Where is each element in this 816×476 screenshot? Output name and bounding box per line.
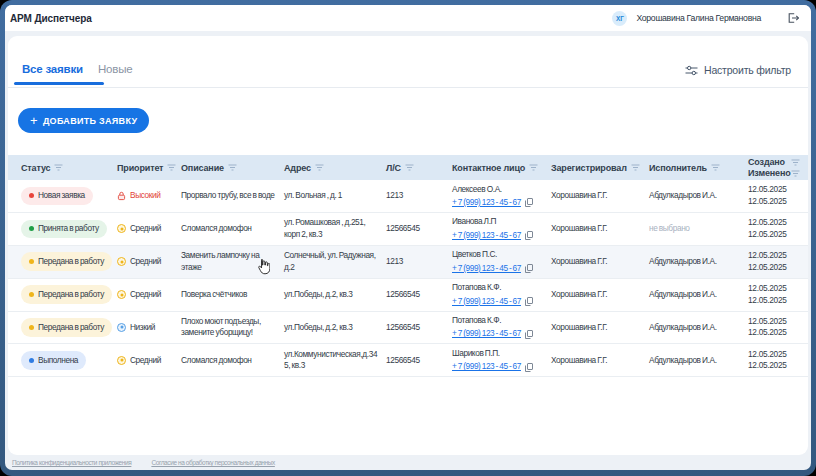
column-header-account[interactable]: Л/С [386,163,452,173]
copy-icon[interactable] [525,231,533,240]
contact-phone-link[interactable]: + 7 (999) 123 - 45 - 67 [452,296,521,307]
contact-cell: Цветков П.С. + 7 (999) 123 - 45 - 67 [452,249,551,274]
priority-medium-icon [117,355,126,365]
contact-cell: Алексеев О.А. + 7 (999) 123 - 45 - 67 [452,184,551,209]
filter-icon [54,164,63,171]
registered-by-cell: Хорошавина Г.Г. [551,190,649,201]
description-cell: Поверка счётчиков [181,289,284,300]
contact-phone-link[interactable]: + 7 (999) 123 - 45 - 67 [452,328,521,339]
filter-icon [791,159,800,166]
dates-cell: 12.05.202512.05.2025 [748,184,802,208]
priority-cell: Средний [117,223,181,234]
modified-date: 12.05.2025 [748,196,796,208]
filter-icon [228,164,237,171]
column-header-status[interactable]: Статус [21,163,117,173]
copy-icon[interactable] [525,198,533,207]
consent-link[interactable]: Согласие на обработку персональных данны… [151,459,274,466]
status-dot [29,259,34,264]
executor-cell: не выбрано [649,223,748,234]
priority-cell: Средний [117,355,181,366]
registered-by-cell: Хорошавина Г.Г. [551,355,649,366]
status-dot [29,292,34,297]
created-date: 12.05.2025 [748,316,796,328]
table-row[interactable]: Передана в работу Средний Поверка счётчи… [8,279,808,312]
user-name: Хорошавина Галина Германовна [636,13,761,23]
executor-cell: Абдулкадыров И.А. [649,289,748,300]
filter-icon [405,164,414,171]
table-row[interactable]: Передана в работу Низкий Плохо моют подъ… [8,312,808,345]
column-header-executor[interactable]: Исполнитель [649,163,748,173]
copy-icon[interactable] [525,297,533,306]
created-date: 12.05.2025 [748,349,796,361]
column-header-contact[interactable]: Контактное лицо [452,163,551,173]
window-frame: АРМ Диспетчера ХГ Хорошавина Галина Герм… [0,0,816,476]
add-request-button[interactable]: + ДОБАВИТЬ ЗАЯВКУ [18,108,149,133]
copy-icon[interactable] [525,363,533,372]
logout-button[interactable] [787,12,799,24]
account-cell: 1213 [386,256,452,267]
executor-cell: Абдулкадыров И.А. [649,355,748,366]
filter-icon [167,164,176,171]
column-header-description[interactable]: Описание [181,163,284,173]
contact-phone-link[interactable]: + 7 (999) 123 - 45 - 67 [452,230,521,241]
priority-label: Средний [130,256,161,267]
app-title: АРМ Диспетчера [10,13,92,24]
priority-medium-icon [117,224,126,234]
filter-icon [711,164,720,171]
table-body: Новая заявка Высокий Прорвало трубу, все… [8,180,808,377]
status-label: Передана в работу [38,256,104,267]
column-header-address[interactable]: Адрес [284,163,386,173]
requests-table: Статус Приоритет Описание Адрес Л/С Конт… [8,155,808,377]
table-header: Статус Приоритет Описание Адрес Л/С Конт… [8,155,808,180]
table-row[interactable]: Новая заявка Высокий Прорвало трубу, все… [8,180,808,213]
privacy-policy-link[interactable]: Политика конфиденциальности приложения [12,459,131,466]
registered-by-cell: Хорошавина Г.Г. [551,289,649,300]
created-date: 12.05.2025 [748,184,796,196]
priority-medium-icon [117,257,126,267]
priority-cell: Средний [117,256,181,267]
table-row[interactable]: Передана в работу Средний Заменить лампо… [8,246,808,279]
dates-cell: 12.05.202512.05.2025 [748,283,802,307]
contact-cell: Потапова К.Ф. + 7 (999) 123 - 45 - 67 [452,315,551,340]
column-header-registered-by[interactable]: Зарегистрировал [551,163,649,173]
contact-phone-link[interactable]: + 7 (999) 123 - 45 - 67 [452,263,521,274]
contact-cell: Потапова К.Ф. + 7 (999) 123 - 45 - 67 [452,282,551,307]
table-row[interactable]: Принята в работу Средний Сломался домофо… [8,213,808,246]
topbar: АРМ Диспетчера ХГ Хорошавина Галина Герм… [5,5,811,31]
tab-new-requests[interactable]: Новые [98,63,132,75]
description-cell: Сломался домофон [181,223,284,234]
contact-name: Потапова К.Ф. [452,315,501,325]
status-cell: Передана в работу [21,318,117,336]
logout-icon [787,12,799,24]
executor-cell: Абдулкадыров И.А. [649,190,748,201]
priority-label: Средний [130,355,161,366]
copy-icon[interactable] [525,264,533,273]
status-badge: Передана в работу [21,285,112,303]
status-cell: Передана в работу [21,252,117,270]
column-header-priority[interactable]: Приоритет [117,163,181,173]
modified-date: 12.05.2025 [748,262,796,274]
priority-medium-icon [117,290,126,300]
app-background: АРМ Диспетчера ХГ Хорошавина Галина Герм… [5,5,811,470]
footer: Политика конфиденциальности приложения С… [5,455,811,470]
status-dot [29,193,34,198]
mouse-cursor [256,258,270,275]
account-cell: 1213 [386,190,452,201]
status-label: Передана в работу [38,322,104,333]
column-header-created-modified[interactable]: Создано Изменено [748,157,804,178]
status-cell: Выполнена [21,351,117,369]
priority-label: Высокий [130,190,160,201]
user-area: ХГ Хорошавина Галина Германовна [612,11,799,26]
tab-all-requests[interactable]: Все заявки [22,63,83,75]
status-badge: Новая заявка [21,187,93,205]
copy-icon[interactable] [525,330,533,339]
modified-date: 12.05.2025 [748,360,796,372]
contact-phone-link[interactable]: + 7 (999) 123 - 45 - 67 [452,361,521,372]
contact-phone-link[interactable]: + 7 (999) 123 - 45 - 67 [452,197,521,208]
status-dot [29,325,34,330]
account-cell: 12566545 [386,322,452,333]
executor-cell: Абдулкадыров И.А. [649,256,748,267]
priority-low-icon [117,322,126,332]
configure-filter-button[interactable]: Настроить фильтр [685,64,791,76]
table-row[interactable]: Выполнена Средний Сломался домофон ул.Ко… [8,344,808,377]
